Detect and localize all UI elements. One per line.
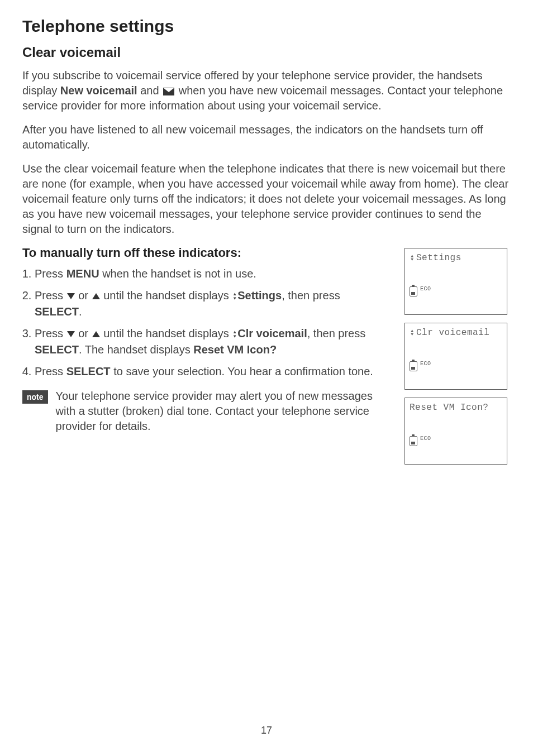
note-text: Your telephone service provider may aler…: [56, 389, 388, 434]
intro-text-2: and: [137, 84, 162, 97]
updown-icon: [410, 329, 415, 337]
note-badge: note: [22, 390, 48, 404]
updown-icon: [410, 254, 415, 262]
reset-vm-label: Reset VM Icon?: [193, 343, 277, 356]
battery-icon: [410, 361, 417, 371]
manual-page: Telephone settings Clear voicemail If yo…: [0, 0, 533, 465]
updown-icon: ▲▼: [232, 330, 237, 339]
step-3-text-d: , then press: [307, 327, 366, 339]
updown-icon: ▲▼: [232, 292, 237, 301]
page-number: 17: [0, 725, 533, 736]
steps-list: Press MENU when the handset is not in us…: [22, 266, 388, 380]
paragraph-2: After you have listened to all new voice…: [22, 122, 511, 152]
lcd-text-settings: Settings: [416, 253, 461, 263]
down-arrow-icon: [67, 293, 75, 299]
sub-heading: To manually turn off these indicators:: [22, 246, 388, 260]
step-3-text-a: Press: [35, 327, 66, 339]
step-3-text-c: until the handset displays: [101, 327, 232, 339]
battery-icon: [410, 436, 417, 446]
up-arrow-icon: [92, 293, 100, 299]
section-heading: Clear voicemail: [22, 45, 511, 60]
step-3-text-e: . The handset displays: [79, 343, 193, 356]
clr-voicemail-label: Clr voicemail: [237, 327, 307, 339]
step-2-text-d: , then press: [282, 289, 340, 302]
lcd-screen-reset-vm: Reset VM Icon? ECO: [404, 398, 507, 465]
step-1-text-a: Press: [35, 267, 66, 280]
menu-button-label: MENU: [66, 267, 99, 280]
step-2-text-a: Press: [35, 289, 66, 302]
select-label: SELECT: [35, 305, 79, 318]
step-2-text-b: or: [75, 289, 92, 302]
step-3-text-b: or: [75, 327, 92, 339]
up-arrow-icon: [92, 331, 100, 337]
step-2-text-e: .: [79, 305, 82, 318]
select-label: SELECT: [66, 365, 111, 377]
eco-label: ECO: [420, 436, 431, 442]
mail-icon: [163, 88, 174, 95]
note-block: note Your telephone service provider may…: [22, 389, 388, 434]
step-3: Press or until the handset displays ▲▼Cl…: [35, 326, 388, 358]
step-1-text-b: when the handset is not in use.: [99, 267, 256, 280]
lcd-screens-column: Settings ECO Clr voicemail ECO: [404, 248, 511, 465]
intro-paragraph: If you subscribe to voicemail service of…: [22, 68, 511, 113]
down-arrow-icon: [67, 331, 75, 337]
lcd-screen-settings: Settings ECO: [404, 248, 507, 315]
eco-label: ECO: [420, 361, 431, 367]
step-2-text-c: until the handset displays: [101, 289, 232, 302]
select-label: SELECT: [35, 343, 79, 356]
step-4: Press SELECT to save your selection. You…: [35, 363, 388, 380]
settings-label: Settings: [237, 289, 282, 302]
step-2: Press or until the handset displays ▲▼Se…: [35, 288, 388, 320]
step-4-text-b: to save your selection. You hear a confi…: [111, 365, 373, 377]
page-title: Telephone settings: [22, 17, 511, 36]
lcd-screen-clr-voicemail: Clr voicemail ECO: [404, 323, 507, 390]
step-1: Press MENU when the handset is not in us…: [35, 266, 388, 282]
step-4-text-a: Press: [35, 365, 66, 377]
eco-label: ECO: [420, 286, 431, 292]
lcd-text-reset: Reset VM Icon?: [410, 403, 488, 413]
new-voicemail-label: New voicemail: [60, 84, 137, 97]
lcd-text-clr: Clr voicemail: [416, 328, 489, 338]
paragraph-3: Use the clear voicemail feature when the…: [22, 161, 511, 237]
battery-icon: [410, 286, 417, 296]
